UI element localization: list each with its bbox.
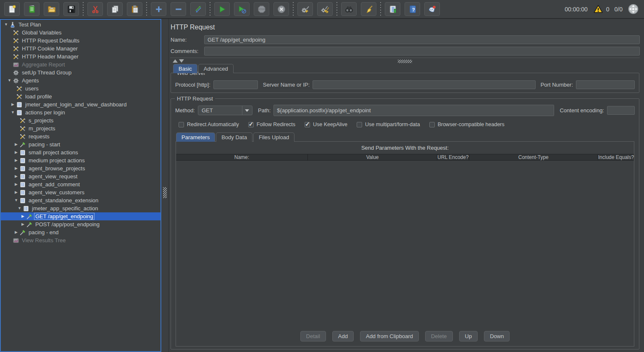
tree-node[interactable]: HTTP Request Defaults — [1, 37, 160, 45]
comments-input[interactable] — [204, 47, 640, 56]
tree-node[interactable]: ▶pacing - end — [1, 228, 160, 236]
add-from-clipboard-button[interactable]: Add from Clipboard — [360, 331, 419, 341]
expand-all-button[interactable] — [151, 2, 166, 16]
chevron-down-icon[interactable] — [242, 106, 252, 115]
paste-button[interactable] — [127, 2, 142, 16]
checkbox-unchecked-icon[interactable] — [429, 122, 435, 127]
tab-advanced[interactable]: Advanced — [198, 64, 234, 73]
vertical-splitter-grip[interactable] — [163, 187, 167, 198]
expander-right-icon[interactable]: ▶ — [13, 188, 19, 196]
open-button[interactable] — [44, 2, 59, 16]
expander-right-icon[interactable]: ▶ — [20, 220, 26, 228]
delete-button[interactable]: Delete — [425, 331, 453, 341]
tab-basic[interactable]: Basic — [173, 64, 197, 73]
collapse-all-button[interactable] — [171, 2, 186, 16]
expander-down-icon[interactable]: ▼ — [17, 204, 22, 212]
protocol-input[interactable] — [213, 80, 258, 89]
function-helper-button[interactable] — [385, 2, 400, 16]
log-warning-indicator[interactable]: 0 — [593, 4, 610, 14]
tree-node[interactable]: ▶small project actions — [1, 148, 160, 156]
tab-parameters[interactable]: Parameters — [176, 132, 215, 142]
expander-right-icon[interactable]: ▶ — [13, 180, 19, 188]
tree-node[interactable]: ▼Agents — [1, 77, 160, 85]
tree-node[interactable]: ▼actions per login — [1, 109, 160, 116]
new-plan-button[interactable] — [4, 2, 20, 16]
checkbox-unchecked-icon[interactable] — [357, 122, 362, 127]
checkbox-checked-icon[interactable] — [248, 122, 254, 127]
tree-node[interactable]: m_projects — [1, 124, 160, 132]
method-dropdown[interactable]: GET — [198, 106, 252, 115]
expander-right-icon[interactable]: ▶ — [13, 172, 19, 180]
vertical-splitter[interactable] — [161, 19, 168, 352]
clear-all-button[interactable] — [317, 2, 333, 16]
tab-body-data[interactable]: Body Data — [216, 132, 252, 142]
checkbox-use-multipart-form-data[interactable]: Use multipart/form-data — [357, 122, 420, 127]
expander-down-icon[interactable]: ▼ — [10, 109, 16, 116]
expander-down-icon[interactable]: ▼ — [7, 77, 12, 85]
expander-down-icon[interactable]: ▼ — [3, 21, 9, 29]
horizontal-splitter[interactable] — [170, 58, 640, 64]
tree-node[interactable]: users — [1, 85, 160, 93]
tree-node[interactable]: ▶agent_view_request — [1, 172, 160, 180]
splitter-collapse-up-icon[interactable] — [173, 59, 178, 63]
clear-button[interactable] — [297, 2, 313, 16]
checkbox-redirect-automatically[interactable]: Redirect Automatically — [179, 122, 239, 127]
expander-right-icon[interactable]: ▶ — [13, 164, 19, 172]
tree-node[interactable]: View Results Tree — [1, 236, 160, 244]
content-encoding-input[interactable] — [607, 106, 635, 115]
checkbox-browser-compatible-headers[interactable]: Browser-compatible headers — [429, 122, 505, 127]
server-name-input[interactable] — [313, 80, 536, 89]
down-button[interactable]: Down — [484, 331, 510, 341]
reset-search-button[interactable] — [361, 2, 376, 16]
tree-node[interactable]: ▶agent_add_comment — [1, 180, 160, 188]
tree-node[interactable]: ▶agent_view_customers — [1, 188, 160, 196]
templates-button[interactable] — [24, 2, 39, 16]
expander-right-icon[interactable]: ▶ — [10, 101, 16, 109]
toggle-button[interactable] — [190, 2, 206, 16]
help-button[interactable]: ? — [405, 2, 420, 16]
tree-node[interactable]: load profile — [1, 93, 160, 101]
save-button[interactable] — [63, 2, 79, 16]
expander-right-icon[interactable]: ▶ — [13, 228, 19, 236]
copy-button[interactable] — [107, 2, 123, 16]
port-input[interactable] — [576, 80, 635, 89]
splitter-collapse-down-icon[interactable] — [179, 59, 184, 63]
add-button[interactable]: Add — [332, 331, 354, 341]
up-button[interactable]: Up — [459, 331, 478, 341]
tree-node[interactable]: setUp Thread Group — [1, 69, 160, 77]
checkbox-use-keepalive[interactable]: Use KeepAlive — [305, 122, 347, 127]
expander-right-icon[interactable]: ▶ — [13, 156, 19, 164]
cut-button[interactable] — [87, 2, 103, 16]
tree-node[interactable]: ▶agent_browse_projects — [1, 164, 160, 172]
tree-node[interactable]: ▶GET /app/get_endpoing — [1, 212, 160, 220]
tree-node[interactable]: ▼Test Plan — [1, 21, 160, 29]
tree-node[interactable]: s_projects — [1, 116, 160, 124]
params-table-body[interactable] — [176, 161, 634, 328]
start-no-pauses-button[interactable] — [234, 2, 250, 16]
stop-button[interactable]: STOP — [254, 2, 269, 16]
tab-files-upload[interactable]: Files Upload — [253, 132, 294, 142]
tree-node[interactable]: Global Variables — [1, 29, 160, 37]
tree-node[interactable]: requests — [1, 132, 160, 140]
expander-right-icon[interactable]: ▶ — [13, 148, 19, 156]
tree-node[interactable]: HTTP Header Manager — [1, 53, 160, 61]
tree-node[interactable]: HTTP Cookie Manager — [1, 45, 160, 53]
tree-node[interactable]: ▶POST /app/post_endpoing — [1, 220, 160, 228]
tree-node[interactable]: ▶jmeter_agent_login_and_view_dashboard — [1, 101, 160, 109]
horizontal-splitter-grip[interactable] — [398, 60, 412, 63]
expander-right-icon[interactable]: ▶ — [20, 212, 26, 220]
checkbox-checked-icon[interactable] — [305, 122, 310, 127]
tree-node[interactable]: ▶pacing - start — [1, 140, 160, 148]
expander-right-icon[interactable]: ▶ — [13, 140, 19, 148]
detail-button[interactable]: Detail — [300, 331, 326, 341]
start-button[interactable] — [214, 2, 230, 16]
tree-node[interactable]: Aggregate Report — [1, 61, 160, 69]
tree-node[interactable]: ▼agent_standalone_extension — [1, 196, 160, 204]
name-input[interactable] — [204, 35, 640, 44]
shutdown-button[interactable] — [273, 2, 289, 16]
tree-node[interactable]: ▶medium project actions — [1, 156, 160, 164]
checkbox-unchecked-icon[interactable] — [179, 122, 184, 127]
checkbox-follow-redirects[interactable]: Follow Redirects — [248, 122, 295, 127]
tree-node[interactable]: ▼jmeter_app_specific_action — [1, 204, 160, 212]
search-button[interactable] — [341, 2, 357, 16]
